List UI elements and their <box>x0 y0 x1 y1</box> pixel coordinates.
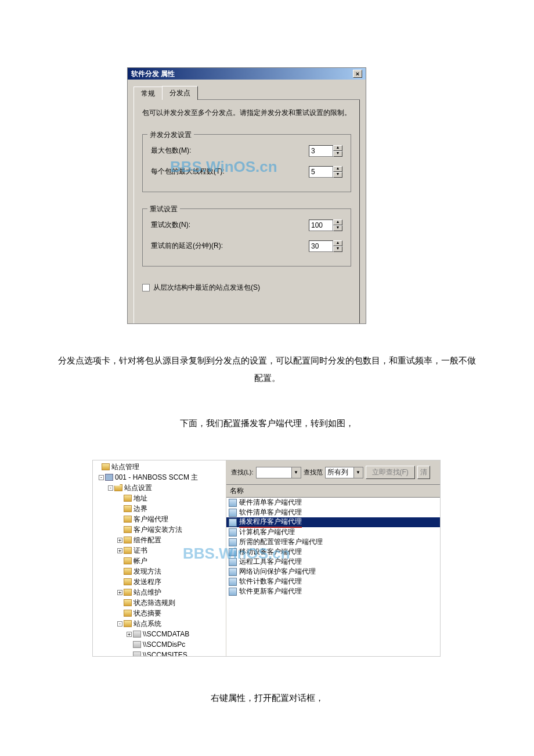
tree-server-label[interactable]: \\SCCMSITES <box>143 651 187 656</box>
tree-settings-label[interactable]: 站点设置 <box>124 483 152 493</box>
agent-icon <box>229 538 237 546</box>
tree-server-label[interactable]: \\SCCMDisPc <box>143 640 185 649</box>
tree-toggle-icon[interactable]: - <box>117 621 122 627</box>
dialog-tabs: 常规 分发点 <box>134 85 360 100</box>
tree-item-label[interactable]: 地址 <box>134 494 147 503</box>
folder-icon <box>124 557 132 564</box>
tree-item-label[interactable]: 站点系统 <box>134 619 161 629</box>
tree-toggle-icon[interactable]: + <box>117 548 122 553</box>
retry-count-spinbox[interactable]: ▲ ▼ <box>309 219 342 231</box>
client-agent-list: 硬件清单客户端代理软件清单客户端代理播发程序客户端代理计算机客户端代理所需的配置… <box>226 498 440 656</box>
tree-collapse-icon[interactable]: - <box>108 485 113 491</box>
list-item[interactable]: 计算机客户端代理 <box>226 527 440 537</box>
chevron-down-icon[interactable]: ▼ <box>353 467 363 478</box>
paragraph-2: 下面，我们配置播发客户端代理，转到如图， <box>58 415 476 432</box>
folder-icon <box>124 578 132 585</box>
agent-icon <box>229 499 237 507</box>
folder-icon <box>124 516 132 523</box>
folder-open-icon <box>114 484 122 491</box>
range-label: 查找范 <box>304 469 323 476</box>
tree-collapse-icon[interactable]: - <box>99 475 104 480</box>
tree-item-label[interactable]: 状态筛选规则 <box>134 598 175 608</box>
send-from-nearest-label: 从层次结构中最近的站点发送包(S) <box>153 283 260 293</box>
spin-up-icon[interactable]: ▲ <box>333 166 342 172</box>
tree-spacer <box>117 600 122 606</box>
dialog-titlebar[interactable]: 软件分发 属性 × <box>128 68 366 80</box>
tree-item-label[interactable]: 帐户 <box>134 556 147 566</box>
tree-panel: 站点管理 - 001 - HANBOSS SCCM 主 - 站点设置 地址边界客… <box>93 460 226 656</box>
column-header-name[interactable]: 名称 <box>226 485 440 498</box>
retry-delay-label: 重试前的延迟(分钟)(R): <box>151 241 223 251</box>
range-value: 所有列 <box>326 467 353 477</box>
retry-delay-spinbox[interactable]: ▲ ▼ <box>309 240 342 252</box>
tree-item-label[interactable]: 站点维护 <box>134 588 161 597</box>
max-packages-input[interactable] <box>309 145 333 157</box>
folder-icon <box>124 547 132 554</box>
tree-item-label[interactable]: 证书 <box>134 546 147 556</box>
list-item[interactable]: 远程工具客户端代理 <box>226 557 440 567</box>
list-item[interactable]: 所需的配置管理客户端代理 <box>226 537 440 547</box>
spin-down-icon[interactable]: ▼ <box>333 225 342 231</box>
tab-general[interactable]: 常规 <box>134 87 163 100</box>
range-dropdown[interactable]: 所有列 ▼ <box>325 467 363 478</box>
folder-icon <box>124 610 132 617</box>
max-threads-spinbox[interactable]: ▲ ▼ <box>309 166 342 178</box>
spin-down-icon[interactable]: ▼ <box>333 172 342 178</box>
tree-server-label[interactable]: \\SCCMDATAB <box>143 630 189 638</box>
tree-root-label[interactable]: 站点管理 <box>111 462 139 472</box>
tree-spacer <box>117 611 122 616</box>
tree-spacer <box>117 496 122 501</box>
list-item[interactable]: 软件计数客户端代理 <box>226 577 440 586</box>
agent-icon <box>229 528 237 537</box>
list-item[interactable]: 软件清单客户端代理 <box>226 507 440 517</box>
close-icon[interactable]: × <box>353 70 362 78</box>
folder-icon <box>124 526 132 533</box>
retry-settings-legend: 重试设置 <box>147 204 180 214</box>
spin-down-icon[interactable]: ▼ <box>333 151 342 157</box>
tree-item-label[interactable]: 客户端代理 <box>134 514 168 524</box>
list-item-label: 播发程序客户端代理 <box>239 517 302 528</box>
max-packages-spinbox[interactable]: ▲ ▼ <box>309 145 342 157</box>
tree-item-label[interactable]: 状态摘要 <box>134 609 161 618</box>
tree-spacer <box>117 506 122 512</box>
tree-item-label[interactable]: 边界 <box>134 504 147 514</box>
list-item[interactable]: 播发程序客户端代理 <box>226 517 440 527</box>
paragraph-3: 右键属性，打开配置对话框， <box>58 689 476 707</box>
spin-up-icon[interactable]: ▲ <box>333 240 342 246</box>
tree-toggle-icon[interactable]: + <box>117 590 122 595</box>
max-threads-input[interactable] <box>309 166 333 178</box>
list-item[interactable]: 硬件清单客户端代理 <box>226 498 440 507</box>
folder-icon <box>124 495 132 502</box>
folder-icon <box>124 568 132 575</box>
tree-toggle-icon[interactable]: + <box>117 538 122 543</box>
list-item[interactable]: 网络访问保护客户端代理 <box>226 567 440 577</box>
tree-site-label[interactable]: 001 - HANBOSS SCCM 主 <box>115 473 198 483</box>
tree-item-label[interactable]: 发现方法 <box>134 567 161 577</box>
tab-distribution-point[interactable]: 分发点 <box>162 86 198 100</box>
folder-icon <box>124 620 132 627</box>
tree-item-label[interactable]: 客户端安装方法 <box>134 525 182 535</box>
list-item[interactable]: 软件更新客户端代理 <box>226 586 440 596</box>
list-item[interactable]: 移动设备客户端代理 <box>226 547 440 557</box>
send-from-nearest-checkbox[interactable] <box>142 284 150 291</box>
find-now-button[interactable]: 立即查找(F) <box>366 466 415 479</box>
sccm-console-screenshot: 站点管理 - 001 - HANBOSS SCCM 主 - 站点设置 地址边界客… <box>92 460 441 657</box>
tree-spacer <box>117 579 122 585</box>
list-item-label: 软件更新客户端代理 <box>239 586 302 596</box>
tree-item-label[interactable]: 组件配置 <box>134 535 161 545</box>
spin-down-icon[interactable]: ▼ <box>333 246 342 252</box>
computer-icon <box>133 651 141 656</box>
agent-icon <box>229 588 237 596</box>
find-dropdown[interactable]: ▼ <box>256 467 301 478</box>
agent-icon <box>229 578 237 586</box>
spin-up-icon[interactable]: ▲ <box>333 219 342 225</box>
clear-button[interactable]: 清 <box>417 466 430 479</box>
retry-count-input[interactable] <box>309 219 333 231</box>
retry-delay-input[interactable] <box>309 240 333 252</box>
tree-item-label[interactable]: 发送程序 <box>134 577 161 587</box>
agent-icon <box>229 519 237 527</box>
spin-up-icon[interactable]: ▲ <box>333 145 342 151</box>
chevron-down-icon[interactable]: ▼ <box>291 467 301 478</box>
send-from-nearest-checkbox-row: 从层次结构中最近的站点发送包(S) <box>142 283 351 293</box>
tree-expand-icon[interactable]: + <box>127 632 132 637</box>
